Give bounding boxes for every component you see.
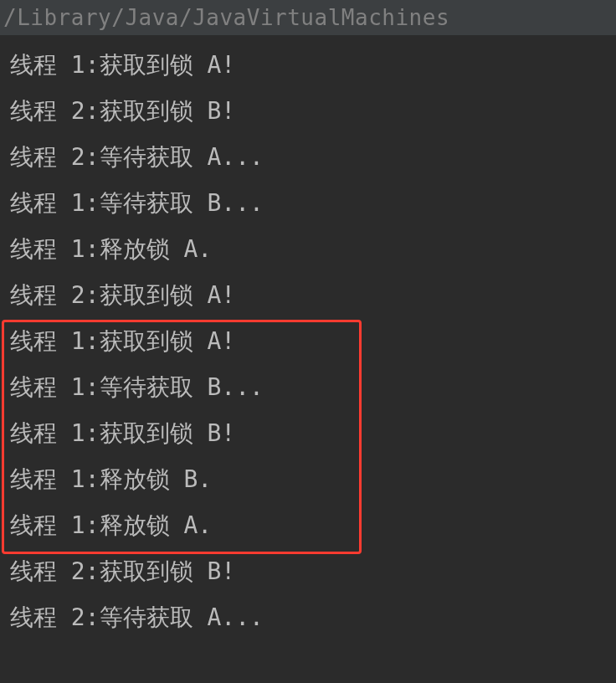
console-line: 线程 1:等待获取 B... — [10, 364, 616, 410]
console-line: 线程 2:等待获取 A... — [10, 594, 616, 640]
console-line: 线程 2:获取到锁 A! — [10, 272, 616, 318]
console-line: 线程 1:等待获取 B... — [10, 180, 616, 226]
console-line: 线程 1:获取到锁 A! — [10, 318, 616, 364]
console-output: 线程 1:获取到锁 A! 线程 2:获取到锁 B! 线程 2:等待获取 A...… — [0, 35, 616, 640]
console-line: 线程 2:等待获取 A... — [10, 134, 616, 180]
console-line: 线程 1:释放锁 A. — [10, 502, 616, 548]
console-line: 线程 2:获取到锁 B! — [10, 548, 616, 594]
header-path: /Library/Java/JavaVirtualMachines — [0, 0, 616, 35]
console-line: 线程 1:释放锁 B. — [10, 456, 616, 502]
console-line: 线程 1:释放锁 A. — [10, 226, 616, 272]
console-line: 线程 1:获取到锁 A! — [10, 42, 616, 88]
console-line: 线程 1:获取到锁 B! — [10, 410, 616, 456]
console-line: 线程 2:获取到锁 B! — [10, 88, 616, 134]
